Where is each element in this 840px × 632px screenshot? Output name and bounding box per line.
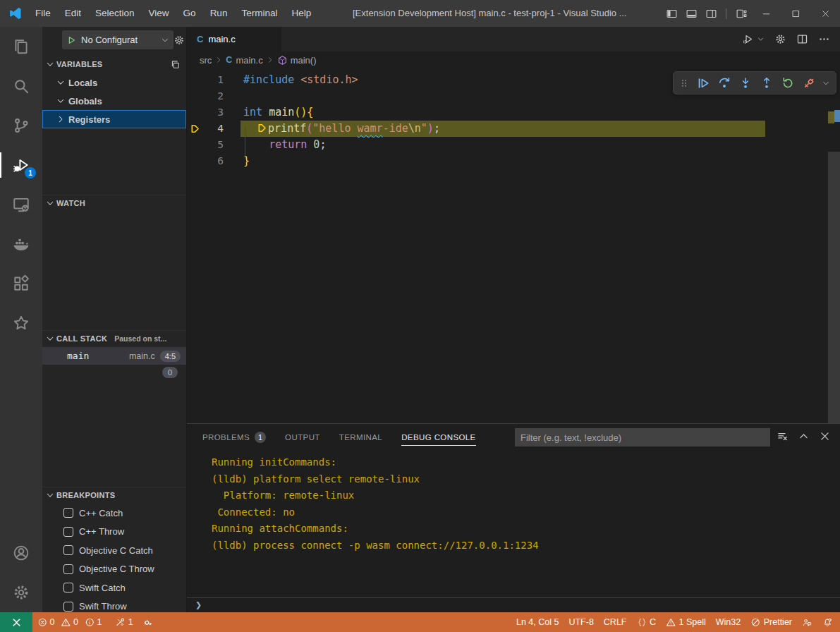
remote-indicator[interactable] xyxy=(0,612,32,632)
editor-scrollbar[interactable] xyxy=(828,68,840,423)
breakpoint-item[interactable]: Objective C Catch xyxy=(42,541,186,560)
breakpoint-item[interactable]: Objective C Throw xyxy=(42,560,186,579)
breakpoints-section-header[interactable]: BREAKPOINTS xyxy=(42,487,186,502)
ellipsis-icon[interactable] xyxy=(818,33,830,45)
code-line-4[interactable]: 4 printf("hello wamr-ide\n"); xyxy=(187,121,826,137)
variables-item-registers[interactable]: Registers xyxy=(42,110,186,128)
maximize-button[interactable] xyxy=(781,0,810,27)
status-eol[interactable]: CRLF xyxy=(599,612,632,632)
editor-gutter[interactable]: 3 xyxy=(187,104,243,121)
debug-config-dropdown[interactable]: No Configurat xyxy=(62,30,174,49)
breakpoint-checkbox[interactable] xyxy=(63,527,73,537)
scrollbar-slider[interactable] xyxy=(828,152,840,423)
chevron-down-icon[interactable] xyxy=(757,35,765,43)
breakpoint-checkbox[interactable] xyxy=(63,508,73,518)
activity-item-source-control[interactable] xyxy=(0,106,42,145)
activity-item-run-and-debug[interactable]: 1 xyxy=(0,145,42,185)
toggle-layout-sidebar-left-icon[interactable] xyxy=(662,0,681,27)
status-feedback[interactable] xyxy=(797,612,817,632)
breadcrumb-item-mainc[interactable]: Cmain.c xyxy=(226,55,262,66)
breakpoint-checkbox[interactable] xyxy=(63,602,73,612)
call-stack-section-header[interactable]: CALL STACK Paused on st... xyxy=(42,330,186,346)
code-line-3[interactable]: 3int main(){ xyxy=(187,104,826,121)
minimize-button[interactable] xyxy=(751,0,781,27)
editor-gutter[interactable]: 5 xyxy=(187,137,243,153)
editor-gutter[interactable]: 4 xyxy=(187,121,243,137)
editor-gutter[interactable]: 2 xyxy=(187,88,243,104)
variables-item-globals[interactable]: Globals xyxy=(42,92,186,110)
console-filter-input[interactable] xyxy=(515,428,770,446)
close-icon[interactable] xyxy=(819,430,831,442)
breakpoint-checkbox[interactable] xyxy=(63,545,73,555)
close-win-button[interactable] xyxy=(810,0,840,27)
status-spell[interactable]: 1 Spell xyxy=(661,612,711,632)
breakpoint-checkbox[interactable] xyxy=(63,583,73,592)
restart-button[interactable] xyxy=(779,75,796,92)
start-debug-icon[interactable] xyxy=(66,35,76,45)
variables-section-header[interactable]: VARIABLES xyxy=(42,56,186,72)
breakpoint-checkbox[interactable] xyxy=(63,564,73,574)
panel-tab-problems[interactable]: PROBLEMS1 xyxy=(202,424,266,451)
chevron-up-icon[interactable] xyxy=(798,430,810,442)
status-prettier[interactable]: Prettier xyxy=(745,612,797,632)
clear-console-icon[interactable] xyxy=(777,430,789,442)
variables-item-locals[interactable]: Locals xyxy=(42,73,186,92)
copy-icon[interactable] xyxy=(170,59,181,70)
breadcrumb-item-main[interactable]: main() xyxy=(277,55,317,66)
status-problems[interactable]: 001 xyxy=(32,612,110,632)
split-editor-icon[interactable] xyxy=(796,33,808,45)
activity-item-settings[interactable] xyxy=(0,573,42,612)
toggle-layout-panel-icon[interactable] xyxy=(681,0,701,27)
status-debug-status[interactable] xyxy=(138,612,159,632)
activity-item-extensions[interactable] xyxy=(0,264,42,303)
disconnect-button[interactable] xyxy=(801,75,817,92)
editor-gutter[interactable]: 1 xyxy=(187,72,243,88)
breakpoint-item[interactable]: C++ Throw xyxy=(42,523,186,542)
status-notifications[interactable] xyxy=(817,612,838,632)
gear-icon[interactable] xyxy=(774,33,786,45)
activity-item-accounts[interactable] xyxy=(0,533,42,573)
menu-view[interactable]: View xyxy=(142,0,176,27)
menu-run[interactable]: Run xyxy=(203,0,235,27)
debug-settings-gear-icon[interactable] xyxy=(174,35,185,46)
menu-help[interactable]: Help xyxy=(284,0,318,27)
breadcrumb-item-src[interactable]: src xyxy=(200,55,212,66)
code-line-5[interactable]: 5 return 0; xyxy=(187,137,826,153)
activity-item-remote-explorer[interactable] xyxy=(0,185,42,224)
continue-button[interactable] xyxy=(695,75,712,92)
chevron-down-icon[interactable] xyxy=(822,79,830,87)
drag-grip-icon[interactable] xyxy=(679,77,689,90)
status-platform[interactable]: Win32 xyxy=(711,612,745,632)
menu-selection[interactable]: Selection xyxy=(88,0,142,27)
status-cursor-position[interactable]: Ln 4, Col 5 xyxy=(511,612,564,632)
stack-frame-row[interactable]: main main.c 4:5 xyxy=(42,347,186,365)
tab-main-c[interactable]: C main.c xyxy=(187,27,281,51)
panel-tab-terminal[interactable]: TERMINAL xyxy=(339,424,382,451)
menu-edit[interactable]: Edit xyxy=(58,0,88,27)
step-out-button[interactable] xyxy=(758,75,775,92)
status-language-mode[interactable]: C xyxy=(632,612,662,632)
watch-section-header[interactable]: WATCH xyxy=(42,195,186,210)
activity-item-favorites[interactable] xyxy=(0,303,42,343)
menu-terminal[interactable]: Terminal xyxy=(234,0,284,27)
breakpoint-item[interactable]: C++ Catch xyxy=(42,504,186,523)
debug-console-input[interactable]: ❯ xyxy=(187,597,840,612)
toggle-layout-sidebar-right-icon[interactable] xyxy=(701,0,721,27)
activity-item-search[interactable] xyxy=(0,66,42,106)
editor-gutter[interactable]: 6 xyxy=(187,153,243,169)
run-or-debug-icon[interactable] xyxy=(742,33,754,45)
status-encoding[interactable]: UTF-8 xyxy=(564,612,598,632)
activity-item-explorer[interactable] xyxy=(0,27,42,66)
layout-customize-icon[interactable] xyxy=(731,0,751,27)
activity-item-docker[interactable] xyxy=(0,224,42,264)
step-into-button[interactable] xyxy=(737,75,754,92)
breakpoint-item[interactable]: Swift Catch xyxy=(42,578,186,597)
close-tab-icon[interactable] xyxy=(263,34,274,45)
menu-go[interactable]: Go xyxy=(176,0,203,27)
code-editor[interactable]: 1#include <stdio.h>23int main(){4 printf… xyxy=(187,68,840,423)
panel-tab-debug-console[interactable]: DEBUG CONSOLE xyxy=(401,424,476,451)
panel-tab-output[interactable]: OUTPUT xyxy=(285,424,320,451)
menu-file[interactable]: File xyxy=(28,0,58,27)
status-tools[interactable]: 1 xyxy=(110,612,138,632)
code-line-6[interactable]: 6} xyxy=(187,153,826,169)
